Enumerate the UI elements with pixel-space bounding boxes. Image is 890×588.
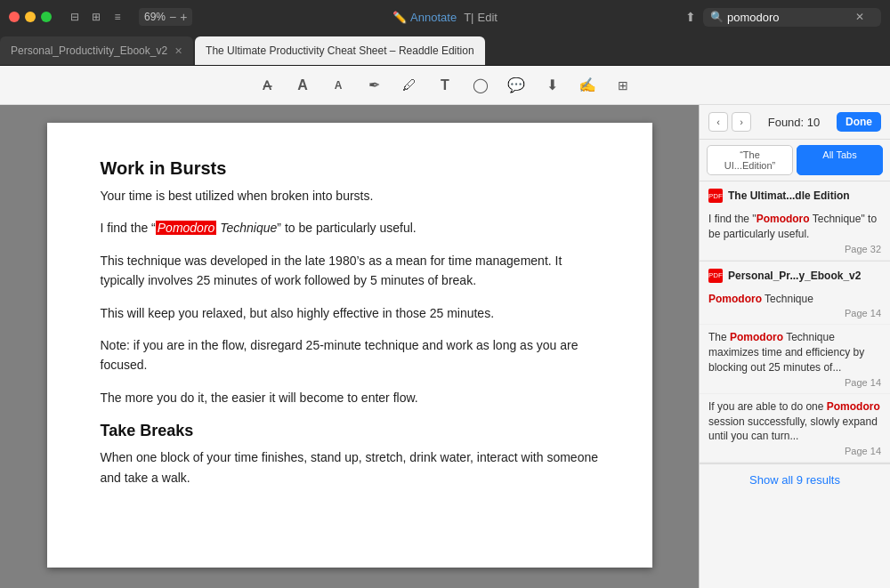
edit-button[interactable]: T| Edit <box>464 11 498 24</box>
found-count: Found: 10 <box>768 116 821 129</box>
result-group-1: PDF The Ultimat...dle Edition I find the… <box>700 181 890 262</box>
font-larger-icon[interactable]: A <box>292 75 313 96</box>
result-doc-header-2: PDF Personal_Pr...y_Ebook_v2 <box>700 262 890 286</box>
annotate-button[interactable]: ✏️ Annotate <box>392 11 457 24</box>
text-insert-icon[interactable]: T <box>434 75 456 96</box>
search-panel-header: ‹ › Found: 10 Done <box>700 105 890 140</box>
search-results: PDF The Ultimat...dle Edition I find the… <box>700 181 890 588</box>
prev-result-button[interactable]: ‹ <box>708 112 728 132</box>
tab-2-label: The Ultimate Productivity Cheat Sheet – … <box>206 44 474 57</box>
main-area: Work in Bursts Your time is best utilize… <box>0 105 890 588</box>
tab-1-close[interactable]: ✕ <box>174 45 182 57</box>
list-icon[interactable]: ≡ <box>110 10 125 24</box>
result-after-2-3: session successfully, slowly expand unti… <box>708 415 878 443</box>
section1-p3: This technique was developed in the late… <box>101 251 599 291</box>
stamp-icon[interactable]: ⬇ <box>541 75 562 96</box>
result-page-1-1: Page 32 <box>708 244 881 254</box>
result-page-2-3: Page 14 <box>708 446 881 456</box>
result-after-2-1: Technique <box>762 293 813 305</box>
toolbar: A̶ A A ✒ 🖊 T ◯ 💬 ⬇ ✍ ⊞ <box>0 66 890 105</box>
titlebar-center: ✏️ Annotate T| Edit <box>392 11 498 24</box>
doc-icon-2: PDF <box>708 269 723 283</box>
text-strikethrough-icon[interactable]: A̶ <box>256 75 278 96</box>
pen-draw-icon[interactable]: ✒ <box>363 75 384 96</box>
comment-icon[interactable]: 💬 <box>506 75 527 96</box>
tab-1[interactable]: Personal_Productivity_Ebook_v2 ✕ <box>0 36 193 65</box>
section1-heading: Work in Bursts <box>101 158 599 179</box>
result-before-1-1: I find the " <box>708 213 756 225</box>
section1-p1: Your time is best utilized when broken i… <box>101 186 599 205</box>
signature-icon[interactable]: ✍ <box>577 75 598 96</box>
pen-icon: ✏️ <box>392 11 407 24</box>
grid-view-icon[interactable]: ⊞ <box>612 75 634 96</box>
titlebar-right: ⬆ 🔍 ✕ <box>685 8 881 27</box>
window-icons: ⊟ ⊞ ≡ <box>68 10 125 24</box>
result-item-1-1[interactable]: I find the "Pomodoro Technique" to be pa… <box>700 206 890 261</box>
search-bar[interactable]: 🔍 ✕ <box>703 8 881 27</box>
result-highlight-2-1: Pomodoro <box>708 293 762 305</box>
tabs-bar: Personal_Productivity_Ebook_v2 ✕ The Ult… <box>0 34 890 66</box>
section1-p2: I find the “Pomodoro Technique” to be pa… <box>101 218 599 238</box>
result-text-1-1: I find the "Pomodoro Technique" to be pa… <box>708 212 881 242</box>
titlebar: ⊟ ⊞ ≡ 69% − + ✏️ Annotate T| Edit ⬆ 🔍 ✕ <box>0 0 890 34</box>
result-highlight-2-2: Pomodoro <box>730 331 783 343</box>
show-all-button[interactable]: Show all 9 results <box>700 463 890 495</box>
result-before-2-2: The <box>708 331 730 343</box>
result-item-2-3[interactable]: If you are able to do one Pomodoro sessi… <box>700 394 890 463</box>
minimize-button[interactable] <box>25 12 36 22</box>
grid-icon[interactable]: ⊞ <box>89 10 103 24</box>
shape-icon[interactable]: ◯ <box>470 75 491 96</box>
p2-before: I find the “ <box>101 221 156 235</box>
search-clear-icon[interactable]: ✕ <box>855 11 864 23</box>
zoom-up-icon[interactable]: + <box>180 10 187 24</box>
tab-2[interactable]: The Ultimate Productivity Cheat Sheet – … <box>195 36 485 65</box>
search-icon: 🔍 <box>710 11 724 23</box>
doc-title-2: Personal_Pr...y_Ebook_v2 <box>728 270 861 282</box>
section1-p4: This will keep you relaxed, but also hig… <box>101 303 599 323</box>
zoom-down-icon[interactable]: − <box>169 10 176 24</box>
scope-tab-all[interactable]: All Tabs <box>797 145 883 175</box>
result-page-2-2: Page 14 <box>708 377 881 388</box>
font-smaller-icon[interactable]: A <box>328 75 349 96</box>
traffic-lights <box>9 12 52 22</box>
pomodoro-highlight: Pomodoro <box>156 221 217 235</box>
text-cursor-icon: T| <box>464 11 473 24</box>
result-group-2: PDF Personal_Pr...y_Ebook_v2 Pomodoro Te… <box>700 262 890 464</box>
doc-title-1: The Ultimat...dle Edition <box>728 189 850 202</box>
nav-arrows: ‹ › <box>708 112 751 132</box>
section2-heading: Take Breaks <box>101 422 599 440</box>
doc-icon-1: PDF <box>708 189 723 203</box>
fullscreen-button[interactable] <box>41 12 52 22</box>
section1-p6: The more you do it, the easier it will b… <box>101 388 599 407</box>
close-button[interactable] <box>9 12 20 22</box>
scope-tabs: “The UI...Edition” All Tabs <box>700 140 890 181</box>
result-page-2-1: Page 14 <box>708 308 881 318</box>
search-input[interactable] <box>727 11 852 24</box>
scope-tab-current[interactable]: “The UI...Edition” <box>707 145 793 175</box>
highlighter-icon[interactable]: 🖊 <box>399 75 420 96</box>
section2-p1: When one block of your time finishes, st… <box>101 447 599 487</box>
result-text-2-3: If you are able to do one Pomodoro sessi… <box>708 399 881 444</box>
result-highlight-1-1: Pomodoro <box>756 213 810 225</box>
zoom-level: 69% <box>144 11 166 23</box>
result-item-2-1[interactable]: Pomodoro Technique Page 14 <box>700 286 890 326</box>
result-before-2-3: If you are able to do one <box>708 400 827 413</box>
result-item-2-2[interactable]: The Pomodoro Technique maximizes time an… <box>700 325 890 393</box>
p2-after: ” to be particularly useful. <box>277 221 416 235</box>
result-doc-header-1: PDF The Ultimat...dle Edition <box>700 181 890 206</box>
result-text-2-2: The Pomodoro Technique maximizes time an… <box>708 330 881 375</box>
search-panel: ‹ › Found: 10 Done “The UI...Edition” Al… <box>699 105 890 588</box>
pdf-content: Work in Bursts Your time is best utilize… <box>0 105 699 588</box>
result-text-2-1: Pomodoro Technique <box>708 292 881 307</box>
zoom-control[interactable]: 69% − + <box>139 8 192 26</box>
section1-p5: Note: if you are in the flow, disregard … <box>101 335 599 375</box>
done-button[interactable]: Done <box>837 112 881 132</box>
p2-italic: Technique <box>216 221 277 235</box>
result-highlight-2-3: Pomodoro <box>827 400 880 413</box>
pdf-page: Work in Bursts Your time is best utilize… <box>47 123 652 568</box>
next-result-button[interactable]: › <box>732 112 751 132</box>
sidebar-icon[interactable]: ⊟ <box>68 10 82 24</box>
tab-1-label: Personal_Productivity_Ebook_v2 <box>11 44 167 57</box>
share-icon[interactable]: ⬆ <box>685 10 696 24</box>
